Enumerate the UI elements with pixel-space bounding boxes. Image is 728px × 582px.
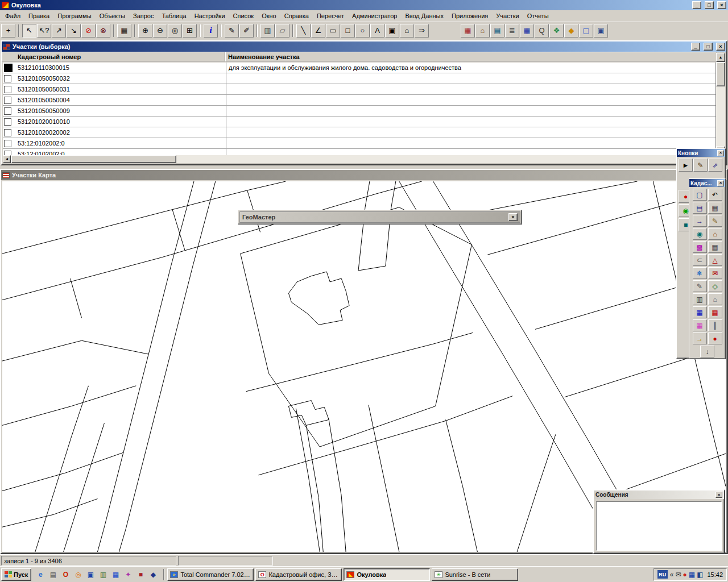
grid-view-button[interactable]: ▦ bbox=[520, 24, 534, 38]
text-tool-button[interactable]: A bbox=[370, 24, 384, 38]
kadastr-button-9[interactable]: ▩ bbox=[693, 241, 707, 253]
menu-item-9[interactable]: Окно bbox=[258, 11, 280, 21]
row-checkbox[interactable] bbox=[4, 64, 13, 72]
kadastr-button-5[interactable]: → bbox=[693, 215, 707, 227]
messages-titlebar[interactable]: Сообщения × bbox=[594, 490, 724, 499]
kadastr-button-15[interactable]: ✎ bbox=[693, 280, 707, 292]
menu-item-16[interactable]: Отчеты bbox=[523, 11, 553, 21]
pan-tool-button[interactable]: ⊞ bbox=[183, 24, 197, 38]
menu-item-3[interactable]: Программы bbox=[53, 11, 95, 21]
row-checkbox[interactable] bbox=[4, 140, 11, 147]
app-titlebar[interactable]: Окуловка _ □ × bbox=[0, 0, 728, 10]
menu-item-13[interactable]: Ввод Данных bbox=[401, 11, 448, 21]
kadastr-panel-titlebar[interactable]: Кадас... × bbox=[689, 179, 725, 187]
search-query-button[interactable]: Q bbox=[535, 24, 549, 38]
pen-query-tool-button[interactable]: ✐ bbox=[239, 24, 254, 38]
cancel-tool-button[interactable]: ⊗ bbox=[96, 24, 110, 38]
horizontal-scrollbar[interactable]: ◄ ► bbox=[3, 155, 716, 163]
close-button[interactable]: × bbox=[717, 1, 726, 9]
monitor-button[interactable]: ▢ bbox=[579, 24, 593, 38]
taskbar-task-4[interactable]: ✳Sunrise - В сети bbox=[432, 568, 518, 581]
menu-item-11[interactable]: Пересчет bbox=[313, 11, 348, 21]
kadastr-button-17[interactable]: ▥ bbox=[693, 293, 707, 305]
notes-icon[interactable]: ▥ bbox=[97, 569, 109, 580]
polyline-tool-button[interactable]: ∠ bbox=[311, 24, 325, 38]
cardfile-button[interactable]: ▦ bbox=[461, 24, 475, 38]
house-button[interactable]: ⌂ bbox=[475, 24, 490, 38]
zoom-in-tool-button[interactable]: ⊕ bbox=[138, 24, 152, 38]
pen-tool-button[interactable]: ✎ bbox=[225, 24, 239, 38]
kadastr-button-19[interactable]: ▦ bbox=[693, 306, 707, 318]
row-checkbox[interactable] bbox=[4, 97, 11, 104]
star-app-icon[interactable]: ✦ bbox=[122, 569, 134, 580]
orange-app-icon[interactable]: ◎ bbox=[72, 569, 84, 580]
pointer-tool-button[interactable]: ► bbox=[679, 159, 693, 172]
kadastr-button-4[interactable]: ▦ bbox=[708, 202, 722, 214]
row-checkbox[interactable] bbox=[4, 86, 11, 93]
mail-icon[interactable]: ✉ bbox=[675, 571, 681, 579]
column-header-parcel-name[interactable]: Наименование участка bbox=[225, 52, 717, 61]
blue-diamond-icon[interactable]: ◆ bbox=[147, 569, 159, 580]
menu-item-2[interactable]: Правка bbox=[24, 11, 53, 21]
add-tool-button[interactable]: + bbox=[1, 24, 15, 38]
floppy-icon[interactable]: ▣ bbox=[85, 569, 96, 580]
zoom-out-tool-button[interactable]: ⊖ bbox=[153, 24, 167, 38]
taskbar-task-1[interactable]: »Total Commander 7.02a ... bbox=[167, 568, 254, 581]
vertical-scrollbar-thumb[interactable] bbox=[716, 63, 725, 86]
taskbar-task-3[interactable]: ◣Окуловка bbox=[344, 568, 430, 581]
menu-item-12[interactable]: Администратор bbox=[348, 11, 401, 21]
table-row[interactable]: 53:12:0102002:0 bbox=[3, 138, 715, 149]
row-checkbox[interactable] bbox=[4, 129, 11, 136]
row-checkbox[interactable] bbox=[4, 118, 11, 126]
kadastr-button-20[interactable]: ▦ bbox=[708, 306, 722, 318]
buttons-panel-titlebar[interactable]: Кнопки × bbox=[677, 149, 725, 157]
kadastr-button-23[interactable]: → bbox=[693, 332, 707, 344]
bank-button[interactable]: ≣ bbox=[505, 24, 519, 38]
kadastr-button-2[interactable]: ↶ bbox=[708, 189, 722, 201]
layers-button[interactable]: ▤ bbox=[490, 24, 504, 38]
vertical-scrollbar[interactable]: ▲ ▼ bbox=[716, 53, 725, 155]
line-tool-button[interactable]: ╲ bbox=[296, 24, 311, 38]
kadastr-panel-close-button[interactable]: × bbox=[717, 180, 724, 186]
table-row[interactable]: 531201020010010 bbox=[3, 117, 715, 127]
kadastr-button-7[interactable]: ◉ bbox=[693, 228, 707, 240]
kadastr-button-24[interactable]: ● bbox=[708, 332, 722, 344]
taskbar-task-2[interactable]: ОКадастровый офис, Зе... bbox=[255, 568, 342, 581]
minimize-button[interactable]: _ bbox=[692, 1, 701, 9]
selection-window-titlebar[interactable]: Участки (выборка) _ □ × bbox=[2, 41, 726, 52]
route-tool-button[interactable]: ⇗ bbox=[708, 159, 722, 172]
kadastr-button-10[interactable]: ▦ bbox=[708, 241, 722, 253]
selection-close-button[interactable]: × bbox=[716, 43, 725, 51]
kadastr-button-22[interactable]: ║ bbox=[708, 319, 722, 331]
select-info-tool-button[interactable]: ↖? bbox=[37, 24, 51, 38]
kadastr-button-1[interactable]: ▢ bbox=[693, 189, 707, 201]
info-tool-button[interactable]: i bbox=[204, 24, 218, 38]
kadastr-button-13[interactable]: ❄ bbox=[693, 267, 707, 279]
horizontal-scrollbar-thumb[interactable] bbox=[11, 155, 176, 163]
table-row[interactable]: 531201050050031 bbox=[3, 84, 715, 95]
select-plus-tool-button[interactable]: ↗ bbox=[52, 24, 66, 38]
rectangle-tool-button[interactable]: ▭ bbox=[326, 24, 340, 38]
no-entry-tool-button[interactable]: ⊘ bbox=[81, 24, 96, 38]
pen-tool-button[interactable]: ✎ bbox=[693, 159, 708, 172]
kadastr-button-21[interactable]: ▦ bbox=[693, 319, 707, 331]
table-row[interactable]: 53:12:0102002:0 bbox=[3, 149, 715, 155]
polygon-tool-button[interactable]: □ bbox=[341, 24, 355, 38]
kadastr-button-11[interactable]: ⊂ bbox=[693, 254, 707, 266]
red-o-icon[interactable]: O bbox=[60, 569, 71, 580]
row-checkbox[interactable] bbox=[4, 75, 11, 82]
selection-minimize-button[interactable]: _ bbox=[691, 43, 700, 51]
menu-item-14[interactable]: Приложения bbox=[448, 11, 492, 21]
document-icon[interactable]: ▤ bbox=[47, 569, 59, 580]
zoom-extent-tool-button[interactable]: ◎ bbox=[168, 24, 182, 38]
table-row[interactable]: 531201050050009 bbox=[3, 106, 715, 117]
kadastr-button-6[interactable]: ✎ bbox=[708, 215, 722, 227]
eraser-tool-button[interactable]: ▱ bbox=[275, 24, 289, 38]
table-row[interactable]: 531201050050004 bbox=[3, 95, 715, 106]
select-tool-button[interactable]: ↖ bbox=[22, 24, 36, 38]
next-tool-button[interactable]: ⇒ bbox=[415, 24, 429, 38]
select-node-tool-button[interactable]: ↘ bbox=[67, 24, 81, 38]
language-indicator[interactable]: RU bbox=[657, 570, 668, 579]
column-header-cadastral-number[interactable]: Кадастровый номер bbox=[2, 52, 225, 61]
display-icon[interactable]: ◧ bbox=[697, 571, 703, 579]
